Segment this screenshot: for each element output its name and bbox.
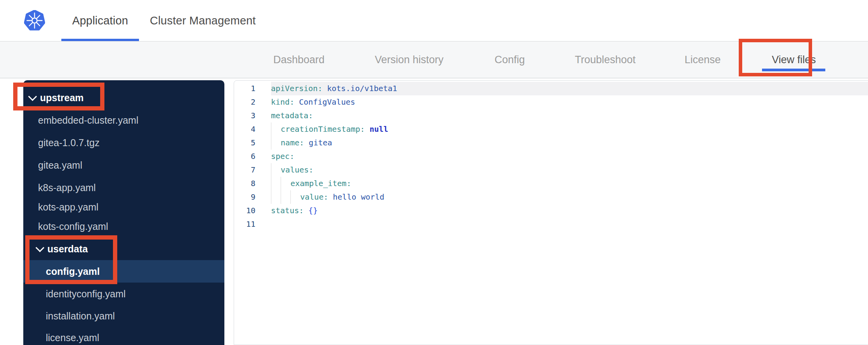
chevron-down-icon	[28, 92, 37, 101]
code-line-content	[271, 217, 868, 231]
sidebar-item-gitea-yaml[interactable]: gitea.yaml	[23, 154, 224, 176]
tree-item-label: kots-config.yaml	[38, 221, 108, 232]
line-number: 7	[234, 163, 271, 177]
code-token: hello world	[333, 192, 384, 202]
code-line-7: 7values:	[234, 163, 868, 177]
tree-item-label: upstream	[40, 92, 84, 104]
tree-item-label: installation.yaml	[46, 310, 115, 322]
sidebar-item-config-yaml[interactable]: config.yaml	[23, 260, 224, 283]
code-line-2: 2kind: ConfigValues	[234, 95, 868, 109]
code-token	[294, 97, 299, 107]
code-token: metadata:	[271, 111, 313, 120]
tree-item-label: license.yaml	[46, 332, 99, 343]
code-token: ConfigValues	[299, 97, 355, 107]
indent-guide	[281, 190, 290, 204]
line-number: 10	[234, 204, 271, 217]
line-number: 6	[234, 150, 271, 163]
chevron-down-icon	[36, 243, 45, 252]
header-tab-application[interactable]: Application	[61, 0, 139, 41]
code-token: name:	[281, 138, 304, 147]
header-tab-label: Cluster Management	[150, 14, 256, 27]
code-line-1: 1apiVersion: kots.io/v1beta1	[234, 82, 868, 95]
code-token: creationTimestamp:	[281, 124, 365, 134]
header-tab-cluster-management[interactable]: Cluster Management	[139, 0, 267, 41]
code-line-content: value: hello world	[271, 190, 868, 204]
header-tab-label: Application	[72, 14, 128, 27]
sidebar-item-kots-config-yaml[interactable]: kots-config.yaml	[23, 215, 224, 238]
code-line-content: kind: ConfigValues	[271, 95, 868, 109]
code-editor[interactable]: 1apiVersion: kots.io/v1beta12kind: Confi…	[234, 80, 868, 345]
indent-guide	[271, 190, 281, 204]
sidebar-item-kots-app-yaml[interactable]: kots-app.yaml	[23, 199, 224, 215]
code-token: kots.io/v1beta1	[327, 84, 398, 93]
indent-guide	[271, 163, 281, 177]
code-token: apiVersion:	[271, 84, 322, 93]
app-header: ApplicationCluster Management	[0, 0, 868, 41]
code-line-content: apiVersion: kots.io/v1beta1	[271, 82, 868, 95]
tree-item-label: userdata	[47, 243, 88, 255]
subnav-item-troubleshoot[interactable]: Troubleshoot	[575, 41, 636, 78]
header-tabs: ApplicationCluster Management	[61, 0, 267, 41]
tree-item-label: config.yaml	[46, 266, 100, 277]
code-line-content: status: {}	[271, 204, 868, 217]
subnav-item-version-history[interactable]: Version history	[375, 41, 443, 78]
tree-item-label: kots-app.yaml	[38, 202, 99, 213]
code-line-9: 9value: hello world	[234, 190, 868, 204]
code-line-11: 11	[234, 217, 868, 231]
code-line-content: spec:	[271, 150, 868, 163]
code-line-8: 8example_item:	[234, 177, 868, 190]
code-token	[304, 138, 309, 147]
active-tab-underline	[61, 39, 139, 41]
code-token	[304, 206, 308, 215]
subnav-item-view-files[interactable]: View files	[772, 41, 816, 78]
code-token	[322, 84, 327, 93]
sidebar-item-installation-yaml[interactable]: installation.yaml	[23, 305, 224, 327]
code-line-content: metadata:	[271, 109, 868, 122]
code-line-content: name: gitea	[271, 136, 868, 150]
sidebar-item-gitea-1-0-7-tgz[interactable]: gitea-1.0.7.tgz	[23, 131, 224, 154]
code-token: value:	[300, 192, 328, 202]
app-subnav: DashboardVersion historyConfigTroublesho…	[0, 41, 868, 78]
code-token	[328, 192, 333, 202]
subnav-item-dashboard[interactable]: Dashboard	[273, 41, 325, 78]
line-number: 1	[234, 82, 271, 95]
code-token: kind:	[271, 97, 294, 107]
code-token: status:	[271, 206, 304, 215]
code-line-5: 5name: gitea	[234, 136, 868, 150]
indent-guide	[271, 177, 281, 190]
sidebar-item-k8s-app-yaml[interactable]: k8s-app.yaml	[23, 176, 224, 199]
code-token: example_item:	[290, 179, 351, 188]
line-number: 2	[234, 95, 271, 109]
tree-item-label: gitea-1.0.7.tgz	[38, 137, 99, 148]
kubernetes-logo-icon	[24, 10, 45, 31]
sidebar-item-userdata[interactable]: userdata	[23, 238, 224, 260]
indent-guide	[281, 177, 290, 190]
sidebar-item-embedded-cluster-yaml[interactable]: embedded-cluster.yaml	[23, 109, 224, 131]
code-token: gitea	[309, 138, 332, 147]
code-token: null	[370, 124, 388, 134]
code-token: spec:	[271, 152, 294, 161]
sidebar-item-identityconfig-yaml[interactable]: identityconfig.yaml	[23, 283, 224, 305]
line-number: 4	[234, 122, 271, 136]
sidebar-item-upstream[interactable]: upstream	[23, 86, 224, 109]
line-number: 9	[234, 190, 271, 204]
file-tree-sidebar: upstreamembedded-cluster.yamlgitea-1.0.7…	[23, 80, 224, 345]
sidebar-item-license-yaml[interactable]: license.yaml	[23, 327, 224, 345]
tree-item-label: embedded-cluster.yaml	[38, 115, 138, 126]
line-number: 3	[234, 109, 271, 122]
view-files-active-underline	[762, 69, 825, 71]
code-line-content: example_item:	[271, 177, 868, 190]
code-line-4: 4creationTimestamp: null	[234, 122, 868, 136]
line-number: 5	[234, 136, 271, 150]
subnav-item-config[interactable]: Config	[495, 41, 525, 78]
tree-item-label: identityconfig.yaml	[46, 288, 126, 300]
code-line-6: 6spec:	[234, 150, 868, 163]
code-line-content: creationTimestamp: null	[271, 122, 868, 136]
subnav-item-license[interactable]: License	[684, 41, 720, 78]
code-line-10: 10status: {}	[234, 204, 868, 217]
tree-item-label: gitea.yaml	[38, 160, 82, 171]
line-number: 8	[234, 177, 271, 190]
code-token	[365, 124, 370, 134]
code-token: {}	[308, 206, 318, 215]
tree-item-label: k8s-app.yaml	[38, 182, 96, 193]
